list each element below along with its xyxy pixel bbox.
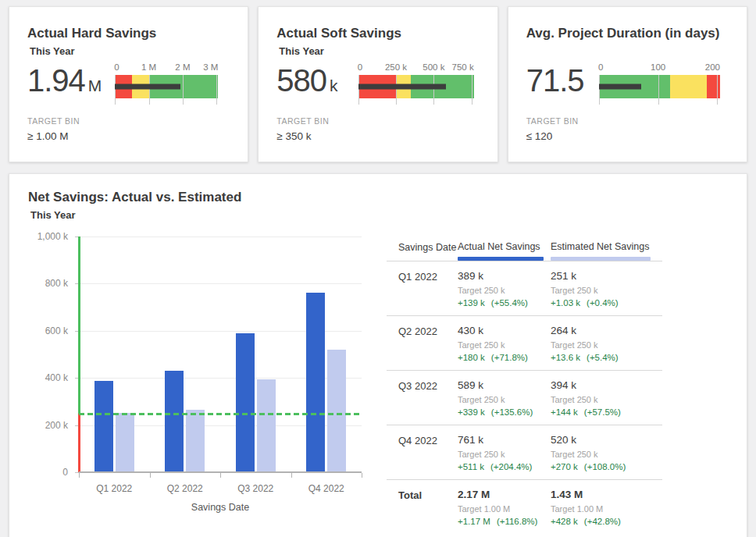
x-axis-tick [150, 473, 151, 478]
bullet-tick-label: 3 M [203, 62, 218, 72]
actual-delta: +1.17 M(+116.8%) [458, 517, 551, 526]
delta-value: +339 k [458, 407, 485, 417]
bullet-chart[interactable]: 01 M2 M3 M [115, 62, 218, 98]
actual-delta: +180 k(+71.8%) [458, 353, 551, 362]
delta-value: +144 k [551, 407, 578, 417]
kpi-card-actual-soft-savings: Actual Soft Savings This Year 580k 0250 … [258, 6, 497, 162]
bullet-tick-label: 0 [598, 62, 603, 72]
bullet-tick-label: 1 M [141, 62, 156, 72]
bullet-tick-label: 0 [358, 62, 362, 72]
target-bin-value: ≥ 350 k [276, 130, 480, 142]
kpi-subtitle: This Year [30, 45, 230, 58]
bullet-bar [599, 75, 720, 98]
target-bin-label: TARGET BIN [276, 116, 480, 126]
bullet-tick [472, 75, 472, 105]
estimated-value: 520 k [551, 434, 662, 446]
actual-value: 589 k [458, 379, 551, 391]
table-row-q3-2022: Q3 2022589 kTarget 250 k+339 k(+135.6%)3… [387, 370, 662, 425]
savings-table: Savings Date Actual Net Savings Estimate… [387, 238, 662, 534]
bar-estimated-q3-2022[interactable] [257, 379, 276, 472]
estimated-value: 394 k [551, 379, 662, 391]
x-axis-line [79, 471, 362, 473]
bullet-tick-label: 0 [114, 62, 119, 72]
estimated-delta: +1.03 k(+0.4%) [551, 298, 662, 308]
savings-date-cell: Q2 2022 [398, 325, 458, 362]
bar-actual-q1-2022[interactable] [94, 381, 113, 472]
delta-percent: (+42.8%) [584, 517, 621, 526]
y-axis-label: 600 k [28, 325, 68, 336]
panel-body: Q1 2022Q2 2022Q3 2022Q4 2022 Savings Dat… [28, 229, 728, 534]
delta-percent: (+55.4%) [491, 298, 528, 308]
x-axis-tick [220, 473, 221, 478]
bullet-tick [358, 75, 359, 105]
bullet-bar [115, 75, 218, 98]
y-axis-label: 200 k [28, 420, 68, 431]
x-axis-title: Savings Date [79, 502, 362, 513]
kpi-title: Actual Soft Savings [276, 26, 480, 41]
bar-estimated-q4-2022[interactable] [327, 350, 346, 472]
estimated-value: 264 k [551, 325, 662, 336]
actual-target: Target 250 k [458, 395, 551, 404]
panel-title: Net Savings: Actual vs. Estimated [28, 190, 728, 205]
kpi-value: 580k [276, 62, 337, 104]
y-axis-label: 400 k [28, 372, 68, 383]
card-accent-bar [508, 6, 747, 11]
kpi-row: Actual Hard Savings This Year 1.94M 01 M… [9, 6, 747, 162]
y-axis-label: 800 k [28, 278, 68, 289]
actual-value: 761 k [458, 434, 551, 446]
actual-value: 389 k [458, 270, 551, 282]
delta-value: +13.6 k [551, 353, 580, 362]
estimated: 1.43 MTarget 1.00 M+428 k(+42.8%) [551, 489, 662, 526]
y-axis-label: 1,000 k [28, 231, 68, 242]
table-row-total: Total2.17 MTarget 1.00 M+1.17 M(+116.8%)… [387, 479, 662, 534]
estimated-series-swatch [551, 257, 651, 261]
estimated-delta: +144 k(+57.5%) [551, 407, 662, 417]
estimated: 520 kTarget 250 k+270 k(+108.0%) [551, 434, 662, 471]
table-row-q2-2022: Q2 2022430 kTarget 250 k+180 k(+71.8%)26… [387, 315, 662, 370]
y-axis-line-below-target [78, 414, 80, 473]
actual: 430 kTarget 250 k+180 k(+71.8%) [458, 325, 551, 362]
bullet-axis-labels: 0250 k500 k750 k [358, 62, 474, 75]
table-header: Savings Date Actual Net Savings Estimate… [387, 238, 662, 261]
bullet-chart[interactable]: 0250 k500 k750 k [358, 62, 474, 98]
x-axis-label: Q1 2022 [96, 483, 132, 494]
target-bin-label: TARGET BIN [27, 116, 230, 126]
bullet-tick-label: 2 M [175, 62, 190, 72]
savings-date-cell: Q4 2022 [398, 434, 458, 471]
estimated: 264 kTarget 250 k+13.6 k(+5.4%) [551, 325, 662, 362]
bullet-range [670, 75, 707, 98]
bullet-tick [216, 75, 217, 105]
kpi-card-avg-project-duration: Avg. Project Duration (in days) 71.5 010… [508, 6, 747, 162]
actual-target: Target 1.00 M [458, 504, 551, 514]
delta-percent: (+0.4%) [587, 298, 619, 308]
savings-date-cell: Q3 2022 [398, 379, 458, 417]
bullet-measure-bar[interactable] [358, 84, 446, 90]
kpi-value: 71.5 [526, 62, 587, 104]
table-row-q4-2022: Q4 2022761 kTarget 250 k+511 k(+204.4%)5… [387, 425, 662, 479]
kpi-body: 580k 0250 k500 k750 k [276, 62, 480, 104]
plot-area: Q1 2022Q2 2022Q3 2022Q4 2022 [79, 236, 362, 472]
delta-value: +511 k [458, 462, 484, 471]
delta-value: +1.17 M [458, 517, 490, 526]
target-reference-line [79, 413, 362, 415]
delta-value: +1.03 k [551, 298, 580, 308]
actual-value: 2.17 M [458, 489, 551, 500]
target-bin-value: ≤ 120 [526, 130, 729, 142]
bullet-measure-bar[interactable] [599, 84, 641, 90]
actual: 589 kTarget 250 k+339 k(+135.6%) [458, 379, 551, 417]
bullet-measure-bar[interactable] [115, 84, 180, 90]
delta-value: +428 k [551, 517, 578, 526]
bar-chart: Q1 2022Q2 2022Q3 2022Q4 2022 Savings Dat… [28, 229, 387, 519]
bar-actual-q3-2022[interactable] [236, 333, 255, 472]
kpi-value-suffix: k [330, 76, 338, 94]
bullet-tick [115, 75, 116, 105]
bullet-chart[interactable]: 0100200 [599, 62, 720, 98]
kpi-card-actual-hard-savings: Actual Hard Savings This Year 1.94M 01 M… [9, 6, 248, 162]
dashboard: Actual Hard Savings This Year 1.94M 01 M… [0, 0, 756, 537]
actual: 389 kTarget 250 k+139 k(+55.4%) [458, 270, 551, 308]
bar-estimated-q1-2022[interactable] [116, 413, 134, 472]
estimated: 251 kTarget 250 k+1.03 k(+0.4%) [551, 270, 662, 308]
bar-estimated-q2-2022[interactable] [186, 410, 205, 472]
bar-actual-q4-2022[interactable] [306, 293, 325, 472]
bar-actual-q2-2022[interactable] [165, 371, 184, 472]
